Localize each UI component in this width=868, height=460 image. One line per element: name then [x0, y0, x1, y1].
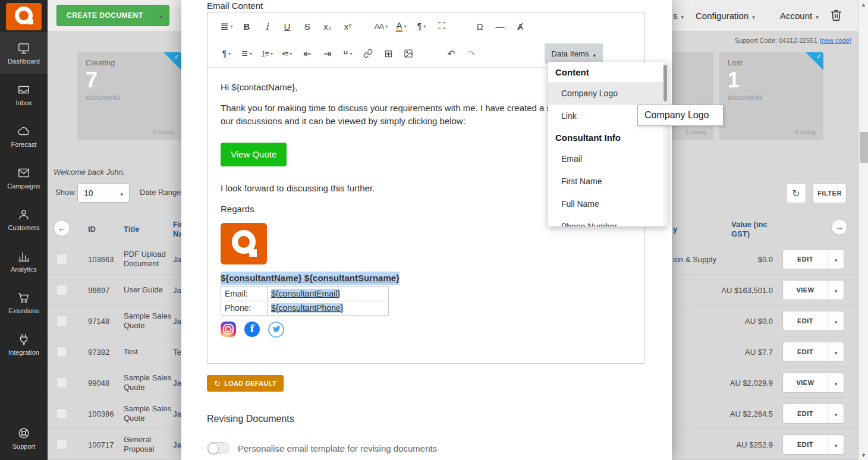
next-page-button[interactable]: →	[831, 219, 848, 235]
row-checkbox[interactable]	[56, 408, 67, 419]
prev-page-button[interactable]: ←	[54, 220, 70, 237]
row-action-label[interactable]: EDIT	[783, 435, 828, 454]
row-checkbox[interactable]	[56, 285, 67, 295]
row-action-button[interactable]: VIEW	[782, 373, 844, 393]
scrollbar-thumb[interactable]	[860, 132, 868, 163]
chevron-down-icon[interactable]	[828, 281, 844, 300]
chevron-down-icon[interactable]	[828, 311, 844, 330]
column-header-value[interactable]: Value (inc GST)	[731, 220, 775, 240]
row-action-label[interactable]: VIEW	[783, 281, 828, 300]
blockquote-icon[interactable]	[338, 44, 357, 63]
indent-icon[interactable]	[318, 44, 337, 63]
scroll-down-arrow-icon[interactable]: ▼	[859, 451, 868, 459]
italic-icon[interactable]	[257, 17, 276, 36]
row-action-label[interactable]: VIEW	[783, 373, 828, 392]
chevron-down-icon[interactable]	[153, 5, 169, 26]
sidebar-item-inbox[interactable]: Inbox	[0, 74, 48, 115]
sidebar-item-forecast[interactable]: Forecast	[0, 115, 48, 157]
chevron-down-icon[interactable]	[828, 342, 844, 361]
sidebar-item-campaigns[interactable]: Campaigns	[0, 157, 48, 199]
chevron-down-icon[interactable]	[828, 404, 844, 423]
column-header-company-fragment[interactable]: y	[673, 225, 677, 234]
paragraph-style-icon[interactable]	[412, 17, 431, 36]
create-document-label[interactable]: CREATE DOCUMENT	[56, 5, 153, 26]
trash-button[interactable]	[830, 9, 842, 23]
nav-item-account[interactable]: Account	[780, 0, 819, 31]
row-action-button[interactable]: VIEW	[782, 280, 844, 300]
row-checkbox[interactable]	[56, 346, 67, 357]
subscript-icon[interactable]	[318, 17, 337, 36]
align-icon[interactable]	[237, 44, 256, 63]
card-lost[interactable]: Lost 1 documents 0 today ✓	[719, 52, 823, 140]
app-logo[interactable]	[6, 3, 42, 30]
twitter-icon[interactable]	[268, 322, 284, 338]
dropdown-scrollbar-thumb[interactable]	[663, 65, 667, 102]
sidebar-item-analytics[interactable]: Analytics	[0, 240, 48, 282]
unordered-list-icon[interactable]	[278, 44, 297, 63]
dropdown-scrollbar[interactable]	[663, 62, 668, 226]
row-action-button[interactable]: EDIT	[782, 249, 844, 269]
dropdown-item-email[interactable]: Email	[548, 147, 668, 170]
omega-icon[interactable]	[470, 17, 489, 36]
clear-format-icon[interactable]	[511, 17, 530, 36]
row-action-label[interactable]: EDIT	[783, 250, 828, 269]
line-height-icon[interactable]	[217, 17, 236, 36]
sidebar-item-dashboard[interactable]: Dashboard	[0, 32, 48, 74]
new-code-link[interactable]: [new code]	[820, 37, 851, 44]
dropdown-item-full-name[interactable]: Full Name	[548, 193, 668, 215]
horizontal-rule-icon[interactable]	[490, 17, 510, 36]
instagram-icon[interactable]	[221, 322, 236, 337]
bold-icon[interactable]	[237, 17, 256, 36]
row-checkbox[interactable]	[56, 377, 67, 388]
page-scrollbar[interactable]: ▲ ▼	[858, 0, 868, 460]
scroll-up-arrow-icon[interactable]: ▲	[859, 1, 868, 9]
row-action-label[interactable]: EDIT	[783, 342, 828, 361]
dropdown-item-phone-number[interactable]: Phone Number	[548, 215, 668, 226]
row-action-button[interactable]: EDIT	[782, 342, 844, 362]
page-size-select[interactable]: 10	[77, 183, 130, 203]
image-icon[interactable]	[399, 44, 418, 63]
row-checkbox[interactable]	[56, 439, 67, 450]
create-document-button[interactable]: CREATE DOCUMENT	[56, 5, 169, 26]
table-icon[interactable]	[379, 44, 398, 63]
refresh-button[interactable]: ↻	[786, 183, 806, 203]
nav-item-fragment[interactable]: s	[673, 0, 684, 31]
column-header-title[interactable]: Title	[124, 225, 140, 234]
redo-icon[interactable]	[462, 44, 481, 63]
sidebar-item-customers[interactable]: Customers	[0, 199, 48, 240]
dropdown-item-company-logo[interactable]: Company Logo	[548, 82, 668, 105]
paragraph-format-icon[interactable]	[217, 44, 236, 63]
sidebar-item-support[interactable]: Support	[0, 417, 48, 459]
facebook-icon[interactable]	[244, 322, 260, 337]
ordered-list-icon[interactable]	[257, 44, 276, 63]
sidebar-item-integration[interactable]: Integration	[0, 323, 48, 365]
fullscreen-icon[interactable]	[432, 17, 451, 36]
personalise-toggle[interactable]	[207, 442, 229, 454]
font-color-icon[interactable]	[392, 17, 411, 36]
sidebar-item-extentions[interactable]: Extentions	[0, 282, 48, 323]
link-icon[interactable]	[358, 44, 378, 63]
load-default-button[interactable]: ↻ LOAD DEFAULT	[207, 375, 284, 392]
undo-icon[interactable]	[442, 44, 461, 63]
column-header-id[interactable]: ID	[88, 225, 96, 234]
strikethrough-icon[interactable]	[298, 17, 317, 36]
superscript-icon[interactable]	[338, 17, 357, 36]
data-items-button[interactable]: Data Items	[545, 43, 603, 64]
font-size-icon[interactable]	[372, 17, 391, 36]
chevron-down-icon[interactable]	[828, 435, 844, 454]
row-action-button[interactable]: EDIT	[782, 434, 844, 455]
row-action-label[interactable]: EDIT	[783, 311, 828, 330]
chevron-down-icon[interactable]	[828, 373, 844, 392]
row-action-label[interactable]: EDIT	[783, 404, 828, 423]
underline-icon[interactable]	[278, 17, 297, 36]
chevron-down-icon[interactable]	[828, 250, 844, 269]
card-creating[interactable]: Creating 7 documents 0 today ✓	[77, 52, 181, 140]
row-action-button[interactable]: EDIT	[782, 311, 844, 331]
company-logo-image[interactable]	[221, 223, 267, 264]
row-action-button[interactable]: EDIT	[782, 404, 844, 424]
dropdown-item-first-name[interactable]: First Name	[548, 170, 668, 193]
outdent-icon[interactable]	[298, 44, 317, 63]
view-quote-button[interactable]: View Quote	[221, 143, 287, 167]
nav-item-configuration[interactable]: Configuration	[696, 0, 755, 31]
row-checkbox[interactable]	[56, 254, 67, 264]
